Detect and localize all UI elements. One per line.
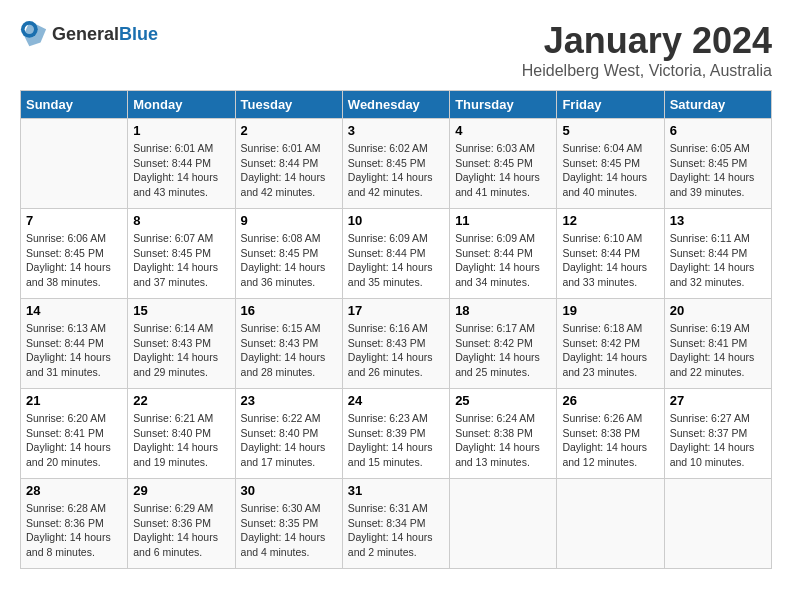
day-number: 23: [241, 393, 337, 408]
day-number: 2: [241, 123, 337, 138]
day-info: Sunrise: 6:28 AMSunset: 8:36 PMDaylight:…: [26, 501, 122, 560]
calendar-cell: 15Sunrise: 6:14 AMSunset: 8:43 PMDayligh…: [128, 299, 235, 389]
day-info: Sunrise: 6:19 AMSunset: 8:41 PMDaylight:…: [670, 321, 766, 380]
header-day-friday: Friday: [557, 91, 664, 119]
calendar-body: 1Sunrise: 6:01 AMSunset: 8:44 PMDaylight…: [21, 119, 772, 569]
calendar-cell: 5Sunrise: 6:04 AMSunset: 8:45 PMDaylight…: [557, 119, 664, 209]
day-number: 26: [562, 393, 658, 408]
day-number: 13: [670, 213, 766, 228]
day-info: Sunrise: 6:14 AMSunset: 8:43 PMDaylight:…: [133, 321, 229, 380]
day-number: 8: [133, 213, 229, 228]
calendar-cell: 11Sunrise: 6:09 AMSunset: 8:44 PMDayligh…: [450, 209, 557, 299]
day-number: 18: [455, 303, 551, 318]
day-info: Sunrise: 6:15 AMSunset: 8:43 PMDaylight:…: [241, 321, 337, 380]
calendar-week-row: 21Sunrise: 6:20 AMSunset: 8:41 PMDayligh…: [21, 389, 772, 479]
calendar-cell: 29Sunrise: 6:29 AMSunset: 8:36 PMDayligh…: [128, 479, 235, 569]
calendar-cell: 20Sunrise: 6:19 AMSunset: 8:41 PMDayligh…: [664, 299, 771, 389]
header-day-monday: Monday: [128, 91, 235, 119]
calendar-cell: 27Sunrise: 6:27 AMSunset: 8:37 PMDayligh…: [664, 389, 771, 479]
day-number: 7: [26, 213, 122, 228]
calendar-week-row: 1Sunrise: 6:01 AMSunset: 8:44 PMDaylight…: [21, 119, 772, 209]
calendar-cell: 2Sunrise: 6:01 AMSunset: 8:44 PMDaylight…: [235, 119, 342, 209]
day-number: 14: [26, 303, 122, 318]
day-number: 31: [348, 483, 444, 498]
header-day-wednesday: Wednesday: [342, 91, 449, 119]
calendar-cell: [450, 479, 557, 569]
calendar-cell: 30Sunrise: 6:30 AMSunset: 8:35 PMDayligh…: [235, 479, 342, 569]
day-number: 4: [455, 123, 551, 138]
day-number: 21: [26, 393, 122, 408]
day-number: 25: [455, 393, 551, 408]
day-info: Sunrise: 6:06 AMSunset: 8:45 PMDaylight:…: [26, 231, 122, 290]
calendar-cell: 24Sunrise: 6:23 AMSunset: 8:39 PMDayligh…: [342, 389, 449, 479]
calendar-week-row: 14Sunrise: 6:13 AMSunset: 8:44 PMDayligh…: [21, 299, 772, 389]
day-info: Sunrise: 6:13 AMSunset: 8:44 PMDaylight:…: [26, 321, 122, 380]
day-info: Sunrise: 6:01 AMSunset: 8:44 PMDaylight:…: [133, 141, 229, 200]
calendar-cell: 10Sunrise: 6:09 AMSunset: 8:44 PMDayligh…: [342, 209, 449, 299]
calendar-cell: 13Sunrise: 6:11 AMSunset: 8:44 PMDayligh…: [664, 209, 771, 299]
calendar-cell: [557, 479, 664, 569]
day-info: Sunrise: 6:03 AMSunset: 8:45 PMDaylight:…: [455, 141, 551, 200]
calendar-cell: 19Sunrise: 6:18 AMSunset: 8:42 PMDayligh…: [557, 299, 664, 389]
calendar-cell: 9Sunrise: 6:08 AMSunset: 8:45 PMDaylight…: [235, 209, 342, 299]
calendar-cell: 21Sunrise: 6:20 AMSunset: 8:41 PMDayligh…: [21, 389, 128, 479]
month-title: January 2024: [522, 20, 772, 62]
day-number: 3: [348, 123, 444, 138]
day-info: Sunrise: 6:26 AMSunset: 8:38 PMDaylight:…: [562, 411, 658, 470]
calendar-cell: 6Sunrise: 6:05 AMSunset: 8:45 PMDaylight…: [664, 119, 771, 209]
calendar-cell: 14Sunrise: 6:13 AMSunset: 8:44 PMDayligh…: [21, 299, 128, 389]
header-day-sunday: Sunday: [21, 91, 128, 119]
logo-icon: [20, 20, 48, 48]
day-info: Sunrise: 6:20 AMSunset: 8:41 PMDaylight:…: [26, 411, 122, 470]
day-number: 29: [133, 483, 229, 498]
day-info: Sunrise: 6:04 AMSunset: 8:45 PMDaylight:…: [562, 141, 658, 200]
day-number: 5: [562, 123, 658, 138]
day-number: 20: [670, 303, 766, 318]
day-info: Sunrise: 6:08 AMSunset: 8:45 PMDaylight:…: [241, 231, 337, 290]
calendar-cell: 18Sunrise: 6:17 AMSunset: 8:42 PMDayligh…: [450, 299, 557, 389]
day-info: Sunrise: 6:05 AMSunset: 8:45 PMDaylight:…: [670, 141, 766, 200]
calendar-cell: 12Sunrise: 6:10 AMSunset: 8:44 PMDayligh…: [557, 209, 664, 299]
day-number: 10: [348, 213, 444, 228]
calendar-week-row: 7Sunrise: 6:06 AMSunset: 8:45 PMDaylight…: [21, 209, 772, 299]
day-info: Sunrise: 6:07 AMSunset: 8:45 PMDaylight:…: [133, 231, 229, 290]
header-day-saturday: Saturday: [664, 91, 771, 119]
day-info: Sunrise: 6:18 AMSunset: 8:42 PMDaylight:…: [562, 321, 658, 380]
calendar-cell: 25Sunrise: 6:24 AMSunset: 8:38 PMDayligh…: [450, 389, 557, 479]
day-number: 19: [562, 303, 658, 318]
calendar-cell: 8Sunrise: 6:07 AMSunset: 8:45 PMDaylight…: [128, 209, 235, 299]
day-info: Sunrise: 6:01 AMSunset: 8:44 PMDaylight:…: [241, 141, 337, 200]
calendar-cell: [664, 479, 771, 569]
calendar-cell: 23Sunrise: 6:22 AMSunset: 8:40 PMDayligh…: [235, 389, 342, 479]
calendar-table: SundayMondayTuesdayWednesdayThursdayFrid…: [20, 90, 772, 569]
calendar-header-row: SundayMondayTuesdayWednesdayThursdayFrid…: [21, 91, 772, 119]
day-info: Sunrise: 6:11 AMSunset: 8:44 PMDaylight:…: [670, 231, 766, 290]
day-number: 6: [670, 123, 766, 138]
day-number: 28: [26, 483, 122, 498]
calendar-cell: 4Sunrise: 6:03 AMSunset: 8:45 PMDaylight…: [450, 119, 557, 209]
day-number: 17: [348, 303, 444, 318]
day-info: Sunrise: 6:21 AMSunset: 8:40 PMDaylight:…: [133, 411, 229, 470]
day-number: 27: [670, 393, 766, 408]
day-number: 22: [133, 393, 229, 408]
calendar-cell: 16Sunrise: 6:15 AMSunset: 8:43 PMDayligh…: [235, 299, 342, 389]
day-info: Sunrise: 6:29 AMSunset: 8:36 PMDaylight:…: [133, 501, 229, 560]
calendar-cell: 7Sunrise: 6:06 AMSunset: 8:45 PMDaylight…: [21, 209, 128, 299]
calendar-cell: 28Sunrise: 6:28 AMSunset: 8:36 PMDayligh…: [21, 479, 128, 569]
day-number: 11: [455, 213, 551, 228]
day-number: 24: [348, 393, 444, 408]
calendar-week-row: 28Sunrise: 6:28 AMSunset: 8:36 PMDayligh…: [21, 479, 772, 569]
day-number: 1: [133, 123, 229, 138]
day-number: 15: [133, 303, 229, 318]
calendar-cell: 31Sunrise: 6:31 AMSunset: 8:34 PMDayligh…: [342, 479, 449, 569]
day-number: 12: [562, 213, 658, 228]
day-info: Sunrise: 6:23 AMSunset: 8:39 PMDaylight:…: [348, 411, 444, 470]
calendar-cell: 22Sunrise: 6:21 AMSunset: 8:40 PMDayligh…: [128, 389, 235, 479]
day-info: Sunrise: 6:09 AMSunset: 8:44 PMDaylight:…: [455, 231, 551, 290]
day-info: Sunrise: 6:02 AMSunset: 8:45 PMDaylight:…: [348, 141, 444, 200]
day-info: Sunrise: 6:17 AMSunset: 8:42 PMDaylight:…: [455, 321, 551, 380]
day-number: 9: [241, 213, 337, 228]
logo: GeneralBlue: [20, 20, 158, 48]
day-info: Sunrise: 6:16 AMSunset: 8:43 PMDaylight:…: [348, 321, 444, 380]
calendar-cell: 3Sunrise: 6:02 AMSunset: 8:45 PMDaylight…: [342, 119, 449, 209]
